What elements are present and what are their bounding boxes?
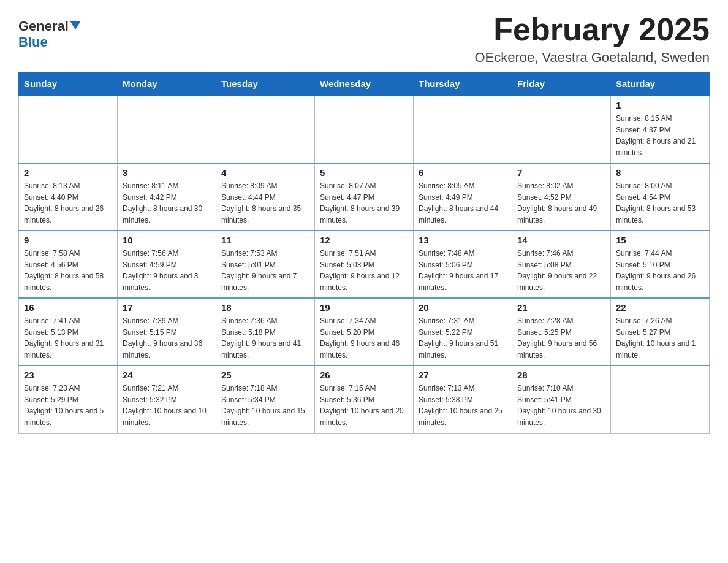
day-number: 1 [616,100,704,110]
day-number: 21 [517,302,605,313]
day-number: 26 [320,370,408,380]
day-info: Sunrise: 8:07 AMSunset: 4:47 PMDaylight:… [320,180,408,226]
calendar-cell: 8Sunrise: 8:00 AMSunset: 4:54 PMDaylight… [611,163,710,231]
logo: General Blue [18,18,81,50]
week-row-4: 16Sunrise: 7:41 AMSunset: 5:13 PMDayligh… [19,298,710,366]
calendar-cell: 20Sunrise: 7:31 AMSunset: 5:22 PMDayligh… [414,298,512,366]
logo-blue: Blue [18,34,48,50]
calendar-cell [19,96,118,163]
calendar-cell: 19Sunrise: 7:34 AMSunset: 5:20 PMDayligh… [315,298,414,366]
day-info: Sunrise: 7:18 AMSunset: 5:34 PMDaylight:… [221,383,309,428]
day-number: 27 [419,370,507,380]
calendar-cell: 1Sunrise: 8:15 AMSunset: 4:37 PMDaylight… [611,96,710,163]
day-info: Sunrise: 7:28 AMSunset: 5:25 PMDaylight:… [517,315,605,361]
day-number: 17 [123,302,211,313]
day-number: 16 [24,302,112,313]
day-number: 12 [320,235,408,245]
calendar-cell: 14Sunrise: 7:46 AMSunset: 5:08 PMDayligh… [512,231,611,298]
calendar-header-row: SundayMondayTuesdayWednesdayThursdayFrid… [19,72,710,96]
calendar-cell: 11Sunrise: 7:53 AMSunset: 5:01 PMDayligh… [216,231,315,298]
day-info: Sunrise: 7:34 AMSunset: 5:20 PMDaylight:… [320,315,408,361]
day-info: Sunrise: 7:51 AMSunset: 5:03 PMDaylight:… [320,248,408,293]
day-number: 23 [24,370,112,380]
day-number: 22 [616,302,704,313]
day-info: Sunrise: 8:11 AMSunset: 4:42 PMDaylight:… [123,180,211,226]
calendar-cell: 13Sunrise: 7:48 AMSunset: 5:06 PMDayligh… [414,231,512,298]
day-number: 14 [517,235,605,245]
weekday-header-wednesday: Wednesday [315,72,414,96]
calendar-table: SundayMondayTuesdayWednesdayThursdayFrid… [18,72,710,434]
day-number: 5 [320,167,408,178]
calendar-cell [315,96,414,163]
day-number: 6 [419,167,507,178]
weekday-header-tuesday: Tuesday [216,72,315,96]
day-number: 15 [616,235,704,245]
day-number: 7 [517,167,605,178]
day-info: Sunrise: 7:46 AMSunset: 5:08 PMDaylight:… [517,248,605,293]
calendar-cell: 17Sunrise: 7:39 AMSunset: 5:15 PMDayligh… [118,298,216,366]
calendar-cell: 3Sunrise: 8:11 AMSunset: 4:42 PMDaylight… [118,163,216,231]
calendar-cell: 22Sunrise: 7:26 AMSunset: 5:27 PMDayligh… [611,298,710,366]
weekday-header-friday: Friday [512,72,611,96]
day-number: 25 [221,370,309,380]
day-number: 19 [320,302,408,313]
logo-triangle-icon [70,21,81,29]
day-info: Sunrise: 7:48 AMSunset: 5:06 PMDaylight:… [419,248,507,293]
weekday-header-saturday: Saturday [611,72,710,96]
page-header: General Blue February 2025 OEckeroe, Vae… [18,12,710,66]
calendar-cell: 21Sunrise: 7:28 AMSunset: 5:25 PMDayligh… [512,298,611,366]
day-info: Sunrise: 7:21 AMSunset: 5:32 PMDaylight:… [123,383,211,428]
day-info: Sunrise: 8:13 AMSunset: 4:40 PMDaylight:… [24,180,112,226]
calendar-cell: 25Sunrise: 7:18 AMSunset: 5:34 PMDayligh… [216,366,315,433]
day-info: Sunrise: 8:05 AMSunset: 4:49 PMDaylight:… [419,180,507,226]
calendar-cell: 6Sunrise: 8:05 AMSunset: 4:49 PMDaylight… [414,163,512,231]
location-title: OEckeroe, Vaestra Goetaland, Sweden [474,50,710,66]
day-number: 11 [221,235,309,245]
week-row-2: 2Sunrise: 8:13 AMSunset: 4:40 PMDaylight… [19,163,710,231]
week-row-1: 1Sunrise: 8:15 AMSunset: 4:37 PMDaylight… [19,96,710,163]
month-title: February 2025 [474,12,710,47]
calendar-cell: 27Sunrise: 7:13 AMSunset: 5:38 PMDayligh… [414,366,512,433]
day-info: Sunrise: 7:41 AMSunset: 5:13 PMDaylight:… [24,315,112,361]
day-number: 8 [616,167,704,178]
weekday-header-monday: Monday [118,72,216,96]
calendar-cell: 7Sunrise: 8:02 AMSunset: 4:52 PMDaylight… [512,163,611,231]
calendar-cell: 16Sunrise: 7:41 AMSunset: 5:13 PMDayligh… [19,298,118,366]
day-number: 28 [517,370,605,380]
day-info: Sunrise: 7:13 AMSunset: 5:38 PMDaylight:… [419,383,507,428]
day-number: 24 [123,370,211,380]
logo-general: General [18,18,69,34]
calendar-cell [611,366,710,433]
week-row-3: 9Sunrise: 7:58 AMSunset: 4:56 PMDaylight… [19,231,710,298]
calendar-cell: 18Sunrise: 7:36 AMSunset: 5:18 PMDayligh… [216,298,315,366]
day-info: Sunrise: 7:10 AMSunset: 5:41 PMDaylight:… [517,383,605,428]
title-section: February 2025 OEckeroe, Vaestra Goetalan… [474,12,710,66]
calendar-cell: 10Sunrise: 7:56 AMSunset: 4:59 PMDayligh… [118,231,216,298]
day-info: Sunrise: 7:26 AMSunset: 5:27 PMDaylight:… [616,315,704,361]
calendar-cell [216,96,315,163]
day-number: 4 [221,167,309,178]
day-number: 3 [123,167,211,178]
day-info: Sunrise: 8:09 AMSunset: 4:44 PMDaylight:… [221,180,309,226]
calendar-cell: 24Sunrise: 7:21 AMSunset: 5:32 PMDayligh… [118,366,216,433]
day-info: Sunrise: 8:00 AMSunset: 4:54 PMDaylight:… [616,180,704,226]
day-info: Sunrise: 7:15 AMSunset: 5:36 PMDaylight:… [320,383,408,428]
calendar-cell [118,96,216,163]
calendar-cell: 15Sunrise: 7:44 AMSunset: 5:10 PMDayligh… [611,231,710,298]
day-number: 2 [24,167,112,178]
day-number: 10 [123,235,211,245]
day-number: 9 [24,235,112,245]
day-info: Sunrise: 7:23 AMSunset: 5:29 PMDaylight:… [24,383,112,428]
day-info: Sunrise: 7:58 AMSunset: 4:56 PMDaylight:… [24,248,112,293]
calendar-cell: 4Sunrise: 8:09 AMSunset: 4:44 PMDaylight… [216,163,315,231]
day-info: Sunrise: 7:56 AMSunset: 4:59 PMDaylight:… [123,248,211,293]
weekday-header-sunday: Sunday [19,72,118,96]
day-number: 13 [419,235,507,245]
day-info: Sunrise: 7:53 AMSunset: 5:01 PMDaylight:… [221,248,309,293]
day-info: Sunrise: 8:15 AMSunset: 4:37 PMDaylight:… [616,113,704,158]
calendar-cell: 5Sunrise: 8:07 AMSunset: 4:47 PMDaylight… [315,163,414,231]
calendar-cell: 23Sunrise: 7:23 AMSunset: 5:29 PMDayligh… [19,366,118,433]
day-info: Sunrise: 7:39 AMSunset: 5:15 PMDaylight:… [123,315,211,361]
day-info: Sunrise: 8:02 AMSunset: 4:52 PMDaylight:… [517,180,605,226]
calendar-cell: 2Sunrise: 8:13 AMSunset: 4:40 PMDaylight… [19,163,118,231]
